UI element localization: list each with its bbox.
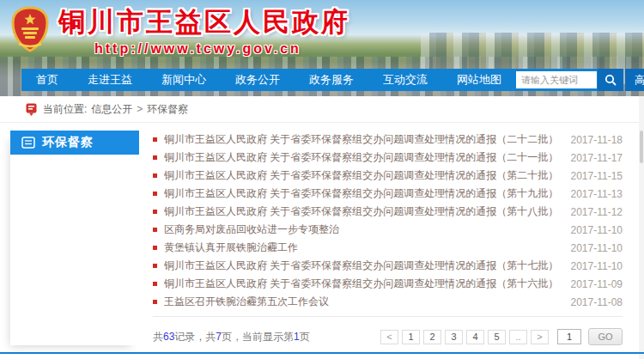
page-button-3[interactable]: 3 — [445, 330, 463, 344]
bullet-icon — [153, 173, 157, 178]
list-item[interactable]: 铜川市王益区人民政府 关于省委环保督察组交办问题调查处理情况的通报（第十七批） … — [153, 257, 623, 275]
breadcrumb-current: 环保督察 — [147, 102, 188, 117]
advanced-search-button[interactable]: 高级搜索 — [625, 69, 644, 91]
page-ellipsis: .. — [509, 330, 527, 344]
bullet-icon — [153, 300, 157, 304]
summary-text: 页，当前显示第 — [222, 331, 294, 343]
article-date: 2017-11-10 — [571, 224, 623, 236]
article-list: 铜川市王益区人民政府 关于省委环保督察组交办问题调查处理情况的通报（二十二批） … — [153, 131, 623, 345]
pagination-summary: 共63记录，共7页，当前显示第1页 — [153, 330, 310, 344]
nav-item-sitemap[interactable]: 网站地图 — [442, 69, 516, 91]
breadcrumb-separator: > — [137, 103, 143, 115]
nav-item-gov-info[interactable]: 政务公开 — [221, 69, 295, 91]
article-title[interactable]: 铜川市王益区人民政府 关于省委环保督察组交办问题调查处理情况的通报（第十七批） — [164, 259, 561, 273]
bullet-icon — [153, 228, 157, 232]
bullet-icon — [153, 210, 157, 214]
summary-text: 记录，共 — [174, 331, 216, 343]
breadcrumb: 当前位置: 信息公开 > 环保督察 — [0, 96, 644, 123]
summary-text: 共 — [153, 331, 163, 343]
summary-text: 页 — [300, 331, 310, 343]
main-nav: 首页 走进王益 新闻中心 政务公开 政务服务 互动交流 网站地图 高级搜索 — [21, 69, 623, 91]
site-url: http://www.tcwy.gov.cn — [94, 41, 350, 57]
article-date: 2017-11-13 — [571, 188, 623, 200]
article-title[interactable]: 铜川市王益区人民政府 关于省委环保督察组交办问题调查处理情况的通报（二十二批） — [164, 132, 561, 147]
main-content: 环保督察 铜川市王益区人民政府 关于省委环保督察组交办问题调查处理情况的通报（二… — [0, 123, 644, 345]
page-jump-input[interactable] — [557, 329, 581, 344]
article-date: 2017-11-08 — [571, 296, 623, 308]
pager: < 1 2 3 4 5 .. > GO — [377, 328, 623, 345]
bullet-icon — [153, 282, 157, 286]
search-icon — [605, 74, 617, 86]
page: 铜川市王益区人民政府 http://www.tcwy.gov.cn 首页 走进王… — [0, 0, 644, 359]
page-button-5[interactable]: 5 — [488, 330, 506, 344]
list-footer: 共63记录，共7页，当前显示第1页 < 1 2 3 4 5 .. > GO — [153, 316, 623, 345]
article-title[interactable]: 黄堡镇认真开展铁腕治霾工作 — [164, 240, 561, 255]
article-title[interactable]: 区商务局对废品回收站进一步专项整治 — [164, 222, 561, 237]
list-item[interactable]: 铜川市王益区人民政府 关于省委环保督察组交办问题调查处理情况的通报（第二十批） … — [153, 167, 623, 185]
article-date: 2017-11-10 — [571, 260, 623, 272]
list-item[interactable]: 王益区召开铁腕治霾第五次工作会议 2017-11-08 — [153, 293, 623, 311]
footer-divider — [0, 352, 644, 354]
search-input[interactable] — [516, 71, 597, 88]
prev-page-button[interactable]: < — [380, 330, 398, 344]
article-date: 2017-11-10 — [571, 242, 623, 254]
article-date: 2017-11-09 — [571, 278, 623, 290]
breadcrumb-label: 当前位置: — [43, 102, 87, 117]
search-button[interactable] — [598, 69, 623, 91]
nav-item-gov-service[interactable]: 政务服务 — [295, 69, 368, 91]
breadcrumb-section[interactable]: 信息公开 — [91, 102, 132, 117]
article-date: 2017-11-18 — [571, 134, 623, 146]
location-icon — [26, 103, 37, 116]
list-item[interactable]: 铜川市王益区人民政府 关于省委环保督察组交办问题调查处理情况的通报（二十一批） … — [153, 149, 623, 167]
sidebar-item-environmental-inspection[interactable]: 环保督察 — [10, 131, 139, 155]
site-title: 铜川市王益区人民政府 — [58, 7, 350, 38]
sidebar: 环保督察 — [10, 131, 139, 345]
nav-item-about[interactable]: 走进王益 — [73, 69, 147, 91]
article-title[interactable]: 王益区召开铁腕治霾第五次工作会议 — [164, 295, 561, 309]
scrollbar-thumb[interactable] — [640, 131, 643, 163]
article-title[interactable]: 铜川市王益区人民政府 关于省委环保督察组交办问题调查处理情况的通报（第十九批） — [164, 186, 561, 201]
sidebar-item-label: 环保督察 — [42, 135, 94, 150]
scrollbar-track[interactable] — [639, 96, 644, 359]
article-date: 2017-11-15 — [571, 170, 623, 182]
list-item[interactable]: 铜川市王益区人民政府 关于省委环保督察组交办问题调查处理情况的通报（二十二批） … — [153, 131, 623, 149]
search-box: 高级搜索 — [516, 69, 644, 91]
list-item[interactable]: 铜川市王益区人民政府 关于省委环保督察组交办问题调查处理情况的通报（第十八批） … — [153, 203, 623, 221]
page-button-2[interactable]: 2 — [423, 330, 441, 344]
bullet-icon — [153, 137, 157, 142]
next-page-button[interactable]: > — [531, 330, 549, 344]
document-icon — [21, 137, 35, 149]
article-title[interactable]: 铜川市王益区人民政府 关于省委环保督察组交办问题调查处理情况的通报（第十八批） — [164, 204, 561, 219]
article-title[interactable]: 铜川市王益区人民政府 关于省委环保督察组交办问题调查处理情况的通报（二十一批） — [164, 150, 561, 165]
bullet-icon — [153, 246, 157, 250]
national-emblem-icon — [10, 6, 50, 56]
article-date: 2017-11-12 — [571, 206, 623, 218]
list-item[interactable]: 黄堡镇认真开展铁腕治霾工作 2017-11-10 — [153, 239, 623, 257]
page-button-1[interactable]: 1 — [402, 330, 420, 344]
site-banner: 铜川市王益区人民政府 http://www.tcwy.gov.cn 首页 走进王… — [0, 0, 644, 96]
nav-item-home[interactable]: 首页 — [21, 69, 73, 91]
total-records: 63 — [163, 331, 174, 343]
article-date: 2017-11-17 — [571, 152, 623, 164]
bullet-icon — [153, 264, 157, 268]
list-item[interactable]: 区商务局对废品回收站进一步专项整治 2017-11-10 — [153, 221, 623, 239]
current-page: 1 — [294, 331, 300, 343]
article-title[interactable]: 铜川市王益区人民政府 关于省委环保督察组交办问题调查处理情况的通报（第二十批） — [164, 168, 561, 183]
nav-item-interaction[interactable]: 互动交流 — [368, 69, 442, 91]
bullet-icon — [153, 192, 157, 196]
bullet-icon — [153, 155, 157, 160]
go-button[interactable]: GO — [588, 328, 623, 345]
page-button-4[interactable]: 4 — [466, 330, 484, 344]
article-title[interactable]: 铜川市王益区人民政府 关于省委环保督察组交办问题调查处理情况的通报（第十六批） — [164, 277, 561, 291]
list-item[interactable]: 铜川市王益区人民政府 关于省委环保督察组交办问题调查处理情况的通报（第十九批） … — [153, 185, 623, 203]
list-item[interactable]: 铜川市王益区人民政府 关于省委环保督察组交办问题调查处理情况的通报（第十六批） … — [153, 275, 623, 293]
nav-item-news[interactable]: 新闻中心 — [147, 69, 221, 91]
